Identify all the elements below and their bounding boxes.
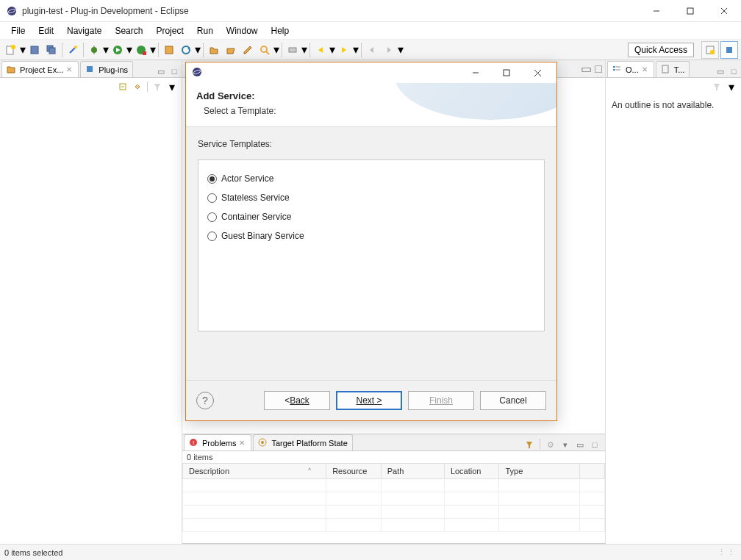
save-icon[interactable] [26,42,43,58]
menu-navigate[interactable]: Navigate [60,24,108,38]
fwd-icon[interactable] [381,42,397,58]
filter-icon[interactable] [710,80,723,93]
minimize-view-icon[interactable]: ▭ [715,65,726,77]
filter-icon[interactable] [151,80,164,93]
toggle-icon[interactable] [284,42,301,58]
tab-plugins[interactable]: Plug-ins [80,61,133,77]
perspective-plugin-icon[interactable] [720,41,738,59]
table-row [183,519,605,532]
run-icon[interactable] [110,42,126,58]
dropdown-icon[interactable]: ▾ [329,43,335,57]
dropdown-icon[interactable]: ▾ [195,43,201,57]
col-type[interactable]: Type [499,464,579,479]
run-ext-icon[interactable] [133,42,149,58]
maximize-view-icon[interactable]: □ [589,439,601,450]
radio-guest-binary-service[interactable]: Guest Binary Service [206,226,537,245]
dialog-maximize[interactable] [498,65,515,80]
window-maximize[interactable] [673,0,707,22]
maximize-view-icon[interactable]: □ [168,65,180,77]
col-resource[interactable]: Resource [326,464,382,479]
quick-access[interactable]: Quick Access [628,43,694,57]
svg-text:!: ! [193,439,194,446]
status-text: 0 items selected [4,548,62,557]
problems-icon: ! [189,438,199,448]
outline-message: An outline is not available. [612,100,714,110]
menu-help[interactable]: Help [265,24,296,38]
dropdown-icon[interactable]: ▾ [301,43,307,57]
debug-icon[interactable] [86,42,102,58]
collapse-all-icon[interactable] [116,80,129,93]
perspective-open-icon[interactable] [701,41,719,59]
window-minimize[interactable] [640,0,673,22]
save-all-icon[interactable] [43,42,60,58]
right-pane: O... ✕ T... ▭ □ ▾ An outline is not avai… [605,60,741,544]
menu-edit[interactable]: Edit [32,24,60,38]
maximize-view-icon[interactable]: □ [728,65,740,77]
menu-search[interactable]: Search [108,24,149,38]
finish-button[interactable]: Finish [408,391,474,410]
close-icon[interactable]: ✕ [642,65,649,73]
radio-container-service[interactable]: Container Service [206,207,537,226]
tab-project-explorer[interactable]: Project Ex... ✕ [1,61,79,77]
cancel-button[interactable]: Cancel [480,391,546,410]
radio-stateless-service[interactable]: Stateless Service [206,188,537,207]
link-editor-icon[interactable] [131,80,144,93]
nav-back-icon[interactable] [312,42,329,58]
next-button[interactable]: Next > [336,391,402,410]
nav-fwd-icon[interactable] [336,42,352,58]
menu-project[interactable]: Project [149,24,190,38]
right-tabbar: O... ✕ T... ▭ □ [606,60,741,78]
window-close[interactable] [707,0,741,22]
tab-problems[interactable]: ! Problems ✕ [184,434,251,450]
help-icon[interactable]: ? [196,392,214,409]
dropdown-icon[interactable]: ▾ [20,43,26,57]
open-plugin-icon[interactable] [161,42,177,58]
col-description[interactable]: Description [183,464,326,479]
project-explorer-icon [7,65,17,75]
view-dropdown-icon[interactable]: ▾ [559,439,571,450]
menu-window[interactable]: Window [220,24,265,38]
maximize-view-icon[interactable]: □ [595,62,602,76]
tab-label: O... [626,65,639,74]
menu-run[interactable]: Run [190,24,220,38]
radio-icon [207,174,217,184]
tab-tasks[interactable]: T... [656,61,690,77]
dropdown-icon[interactable]: ▾ [126,43,132,57]
dropdown-icon[interactable]: ▾ [150,43,156,57]
close-icon[interactable]: ✕ [239,439,246,447]
view-menu-icon[interactable]: ▾ [165,80,179,93]
close-icon[interactable]: ✕ [66,65,74,73]
back-button[interactable]: < Back [264,391,330,410]
refresh-icon[interactable] [178,42,194,58]
filter-toolbar-icon[interactable] [523,439,535,450]
col-path[interactable]: Path [381,464,444,479]
view-menu-icon[interactable]: ⚙ [545,439,556,450]
svg-marker-27 [318,47,323,53]
minimize-view-icon[interactable]: ▭ [155,65,167,77]
pencil-icon[interactable] [240,42,256,58]
problems-items-count: 0 items [182,451,605,463]
new-icon[interactable] [3,42,19,58]
back-icon[interactable] [364,42,380,58]
dialog-minimize[interactable] [467,65,484,80]
search-icon[interactable] [257,42,273,58]
col-location[interactable]: Location [444,464,499,479]
window-title: plugin-test - Plug-in Development - Ecli… [22,6,189,16]
wand-icon[interactable] [65,42,81,58]
dropdown-icon[interactable]: ▾ [103,43,109,57]
view-menu-icon[interactable]: ▾ [725,80,738,93]
col-spacer [579,464,604,479]
menu-file[interactable]: File [4,24,32,38]
folder-open-icon[interactable] [223,42,239,58]
dropdown-icon[interactable]: ▾ [353,43,359,57]
folder-icon[interactable] [206,42,222,58]
minimize-view-icon[interactable]: ▭ [574,439,586,450]
tab-target-platform[interactable]: Target Platform State [253,434,352,450]
dropdown-icon[interactable]: ▾ [398,43,404,57]
tab-outline[interactable]: O... ✕ [607,61,654,77]
dialog-close[interactable] [529,65,546,80]
radio-actor-service[interactable]: Actor Service [206,169,537,188]
section-label: Service Templates: [198,139,545,149]
dropdown-icon[interactable]: ▾ [273,43,279,57]
minimize-view-icon[interactable]: ▭ [581,62,592,76]
